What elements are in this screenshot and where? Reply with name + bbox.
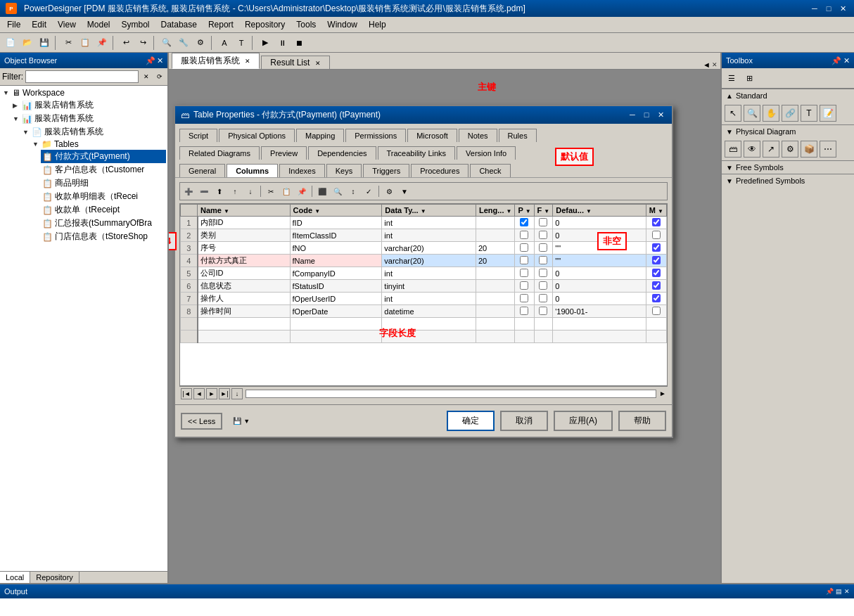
cell-len-5[interactable] — [476, 267, 515, 280]
cell-code-3[interactable] — [290, 242, 382, 255]
cell-pk-3[interactable] — [515, 242, 534, 255]
cell2-empty-4[interactable] — [476, 331, 515, 343]
tab-preview[interactable]: Preview — [261, 146, 307, 160]
cell-pk-6[interactable] — [515, 280, 534, 293]
cell-type-8[interactable] — [382, 305, 476, 318]
tb-btn6[interactable]: ▶ — [257, 35, 273, 51]
cell-pk-8[interactable] — [515, 305, 534, 318]
cell-code-4[interactable] — [290, 255, 382, 267]
cell-type-5[interactable] — [382, 267, 476, 280]
toolbox-hand[interactable]: ✋ — [763, 105, 779, 122]
pin-icon[interactable]: 📌 — [146, 56, 155, 65]
modal-window-controls[interactable]: ─ □ ✕ — [627, 110, 666, 120]
tab-indexes[interactable]: Indexes — [279, 164, 325, 177]
tab-traceability[interactable]: Traceability Links — [378, 146, 456, 160]
cell-empty-3[interactable] — [382, 318, 476, 331]
tree-item-system1[interactable]: ▶ 📊 服装店销售系统 — [11, 98, 166, 112]
tree-tables[interactable]: ▼ 📁 Tables — [31, 139, 166, 150]
th-length[interactable]: Leng... ▼ — [476, 205, 515, 217]
cell-empty-5[interactable] — [515, 318, 534, 331]
validate-btn[interactable]: ✓ — [362, 185, 376, 198]
toolbox-ref[interactable]: ↗ — [763, 141, 779, 158]
expand-workspace[interactable]: ▼ — [3, 89, 10, 96]
tb-btn1[interactable]: 🔍 — [159, 35, 174, 51]
cell-type-1[interactable] — [382, 217, 476, 229]
cell-type-7[interactable] — [382, 293, 476, 305]
toolbox-view[interactable]: 👁 — [744, 141, 760, 158]
scroll-first[interactable]: |◄ — [181, 388, 192, 399]
tb-btn5[interactable]: T — [234, 35, 249, 51]
th-mandatory[interactable]: M ▼ — [646, 205, 666, 217]
cell-pk-4[interactable] — [515, 255, 534, 267]
cell2-empty-3[interactable] — [382, 331, 476, 343]
new-btn[interactable]: 📄 — [3, 35, 18, 51]
filter-input[interactable] — [25, 70, 139, 83]
scroll-down2[interactable]: ↓ — [231, 388, 243, 399]
cell-len-6[interactable] — [476, 280, 515, 293]
toolbox-proc[interactable]: ⚙ — [782, 141, 798, 158]
tab-rules[interactable]: Rules — [499, 129, 537, 142]
tree-item-system2[interactable]: ▼ 📊 服装店销售系统 — [11, 112, 166, 125]
cell2-empty-6[interactable] — [534, 331, 553, 343]
cell-pk-1[interactable] — [515, 217, 534, 229]
tab-physical-options[interactable]: Physical Options — [219, 129, 295, 142]
menu-edit[interactable]: Edit — [27, 18, 51, 31]
tab-dependencies[interactable]: Dependencies — [308, 146, 376, 160]
doc-tab-main[interactable]: 服装店销售系统 ✕ — [172, 53, 260, 69]
tab-mapping[interactable]: Mapping — [296, 129, 344, 142]
dropdown-btn[interactable]: ▼ — [397, 185, 412, 198]
cell-fk-5[interactable] — [534, 267, 553, 280]
tb-btn8[interactable]: ⏹ — [291, 35, 307, 51]
toolbox-pointer[interactable]: ↖ — [725, 105, 741, 122]
cell-name-2[interactable] — [198, 229, 291, 242]
modal-maximize-btn[interactable]: □ — [641, 110, 652, 120]
output-pin-icon[interactable]: 📌 — [826, 588, 834, 595]
footer-save-btn[interactable]: 💾 ▼ — [228, 415, 255, 428]
cell-code-5[interactable] — [290, 267, 382, 280]
tb-btn2[interactable]: 🔧 — [176, 35, 191, 51]
cell-def-6[interactable] — [553, 280, 646, 293]
tab-general[interactable]: General — [179, 164, 225, 177]
ob-close-icon[interactable]: ✕ — [157, 56, 163, 65]
tab-related-diagrams[interactable]: Related Diagrams — [179, 146, 260, 160]
expand-s2[interactable]: ▼ — [13, 115, 20, 122]
cell-empty-6[interactable] — [534, 318, 553, 331]
table-row[interactable]: 2 — [181, 229, 667, 242]
sort-btn[interactable]: ↕ — [346, 185, 360, 198]
cell-code-7[interactable] — [290, 293, 382, 305]
toolbox-physical-header[interactable]: ▼ Physical Diagram — [722, 125, 854, 138]
cell-def-5[interactable] — [553, 267, 646, 280]
tab-procedures[interactable]: Procedures — [411, 164, 469, 177]
paste-rows-btn[interactable]: 📌 — [295, 185, 309, 198]
tb-btn3[interactable]: ⚙ — [193, 35, 208, 51]
tab-check[interactable]: Check — [470, 164, 510, 177]
add-row-btn[interactable]: ➕ — [181, 185, 196, 198]
toolbox-zoom[interactable]: 🔍 — [744, 105, 760, 122]
cell-empty-4[interactable] — [476, 318, 515, 331]
modal-minimize-btn[interactable]: ─ — [627, 110, 638, 120]
ok-btn[interactable]: 确定 — [447, 411, 495, 431]
tab-repository[interactable]: Repository — [30, 572, 79, 583]
tab-script[interactable]: Script — [179, 129, 217, 142]
tree-item-pdm[interactable]: ▼ 📄 服装店销售系统 — [21, 125, 166, 139]
tree-goods[interactable]: 📋 商品明细 — [41, 177, 166, 190]
th-default[interactable]: Defau... ▼ — [553, 205, 646, 217]
cell-len-7[interactable] — [476, 293, 515, 305]
scroll-last[interactable]: ►| — [219, 388, 230, 399]
toolbox-controls[interactable]: 📌 ✕ — [831, 56, 850, 65]
tree-tcustomer[interactable]: 📋 客户信息表（tCustomer — [41, 163, 166, 177]
toolbox-link[interactable]: 🔗 — [782, 105, 798, 122]
menu-repository[interactable]: Repository — [241, 18, 289, 31]
select-all-btn[interactable]: ⬛ — [315, 185, 329, 198]
maximize-btn[interactable]: □ — [823, 4, 834, 13]
menu-file[interactable]: File — [3, 18, 25, 31]
tree-summary[interactable]: 📋 汇总报表(tSummaryOfBra — [41, 217, 166, 230]
toolbox-icon-view[interactable]: ⊞ — [741, 70, 757, 86]
cell-m-1[interactable] — [646, 217, 666, 229]
cell-pk-2[interactable] — [515, 229, 534, 242]
cell-m-3[interactable] — [646, 242, 666, 255]
output-float-icon[interactable]: ▤ — [836, 588, 842, 595]
cell-fk-7[interactable] — [534, 293, 553, 305]
cell-type-6[interactable] — [382, 280, 476, 293]
filter-clear-btn[interactable]: ✕ — [141, 71, 152, 82]
